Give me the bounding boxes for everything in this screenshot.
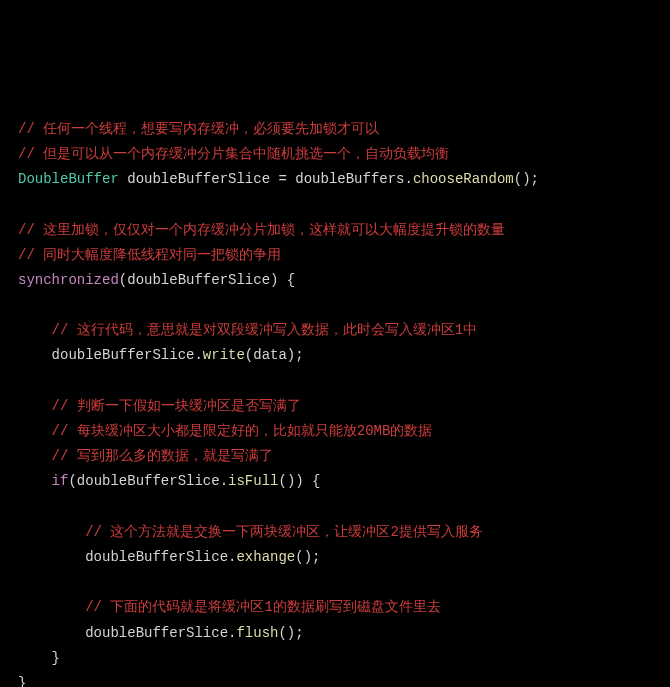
code-token-method: write: [203, 347, 245, 363]
code-line: // 但是可以从一个内存缓冲分片集合中随机挑选一个，自动负载均衡: [18, 142, 652, 167]
code-token-comment: // 这里加锁，仅仅对一个内存缓冲分片加锁，这样就可以大幅度提升锁的数量: [18, 222, 505, 238]
code-line: doubleBufferSlice.exhange();: [18, 545, 652, 570]
code-line: [18, 192, 652, 217]
code-token-identifier: doubleBufferSlice: [127, 171, 270, 187]
code-line: [18, 293, 652, 318]
code-token-punct: [18, 347, 52, 363]
code-token-punct: [18, 599, 85, 615]
code-token-punct: [18, 549, 85, 565]
code-token-comment: // 同时大幅度降低线程对同一把锁的争用: [18, 247, 281, 263]
code-line: // 写到那么多的数据，就是写满了: [18, 444, 652, 469]
code-token-punct: [18, 524, 85, 540]
code-token-keyword: synchronized: [18, 272, 119, 288]
code-token-comment: // 每块缓冲区大小都是限定好的，比如就只能放20MB的数据: [52, 423, 433, 439]
code-line: [18, 570, 652, 595]
code-line: [18, 369, 652, 394]
code-token-comment: // 任何一个线程，想要写内存缓冲，必须要先加锁才可以: [18, 121, 379, 137]
code-token-comment: // 但是可以从一个内存缓冲分片集合中随机挑选一个，自动负载均衡: [18, 146, 449, 162]
code-token-punct: }: [18, 675, 26, 687]
code-token-punct: [18, 423, 52, 439]
code-line: doubleBufferSlice.write(data);: [18, 343, 652, 368]
code-line: DoubleBuffer doubleBufferSlice = doubleB…: [18, 167, 652, 192]
code-token-punct: .: [405, 171, 413, 187]
code-token-method: chooseRandom: [413, 171, 514, 187]
code-token-comment: // 写到那么多的数据，就是写满了: [52, 448, 273, 464]
code-token-punct: [18, 322, 52, 338]
code-line: synchronized(doubleBufferSlice) {: [18, 268, 652, 293]
code-token-method: flush: [236, 625, 278, 641]
code-token-identifier: doubleBufferSlice: [85, 549, 228, 565]
code-token-punct: ();: [278, 625, 303, 641]
code-token-comment: // 下面的代码就是将缓冲区1的数据刷写到磁盘文件里去: [85, 599, 441, 615]
code-line: // 任何一个线程，想要写内存缓冲，必须要先加锁才可以: [18, 117, 652, 142]
code-block: // 任何一个线程，想要写内存缓冲，必须要先加锁才可以// 但是可以从一个内存缓…: [18, 117, 652, 687]
code-token-comment: // 这个方法就是交换一下两块缓冲区，让缓冲区2提供写入服务: [85, 524, 483, 540]
code-token-punct: [18, 473, 52, 489]
code-line: // 同时大幅度降低线程对同一把锁的争用: [18, 243, 652, 268]
code-token-type: DoubleBuffer: [18, 171, 119, 187]
code-token-keyword: if: [52, 473, 69, 489]
code-token-punct: [18, 625, 85, 641]
code-token-identifier: doubleBufferSlice: [52, 347, 195, 363]
code-token-punct: (data);: [245, 347, 304, 363]
code-token-punct: (doubleBufferSlice.: [68, 473, 228, 489]
code-line: // 判断一下假如一块缓冲区是否写满了: [18, 394, 652, 419]
code-line: // 每块缓冲区大小都是限定好的，比如就只能放20MB的数据: [18, 419, 652, 444]
code-token-punct: =: [270, 171, 295, 187]
code-line: // 这里加锁，仅仅对一个内存缓冲分片加锁，这样就可以大幅度提升锁的数量: [18, 218, 652, 243]
code-token-punct: }: [18, 650, 60, 666]
code-token-method: isFull: [228, 473, 278, 489]
code-token-punct: .: [194, 347, 202, 363]
code-line: // 这行代码，意思就是对双段缓冲写入数据，此时会写入缓冲区1中: [18, 318, 652, 343]
code-line: }: [18, 646, 652, 671]
code-token-comment: // 这行代码，意思就是对双段缓冲写入数据，此时会写入缓冲区1中: [52, 322, 478, 338]
code-token-punct: ();: [514, 171, 539, 187]
code-line: // 下面的代码就是将缓冲区1的数据刷写到磁盘文件里去: [18, 595, 652, 620]
code-token-punct: [119, 171, 127, 187]
code-token-punct: (doubleBufferSlice) {: [119, 272, 295, 288]
code-token-method: exhange: [236, 549, 295, 565]
code-token-punct: [18, 448, 52, 464]
code-token-punct: ()) {: [278, 473, 320, 489]
code-token-punct: ();: [295, 549, 320, 565]
code-line: if(doubleBufferSlice.isFull()) {: [18, 469, 652, 494]
code-line: // 这个方法就是交换一下两块缓冲区，让缓冲区2提供写入服务: [18, 520, 652, 545]
code-line: doubleBufferSlice.flush();: [18, 621, 652, 646]
code-line: [18, 495, 652, 520]
code-token-punct: [18, 398, 52, 414]
code-line: }: [18, 671, 652, 687]
code-token-identifier: doubleBuffers: [295, 171, 404, 187]
code-token-identifier: doubleBufferSlice: [85, 625, 228, 641]
code-token-comment: // 判断一下假如一块缓冲区是否写满了: [52, 398, 301, 414]
